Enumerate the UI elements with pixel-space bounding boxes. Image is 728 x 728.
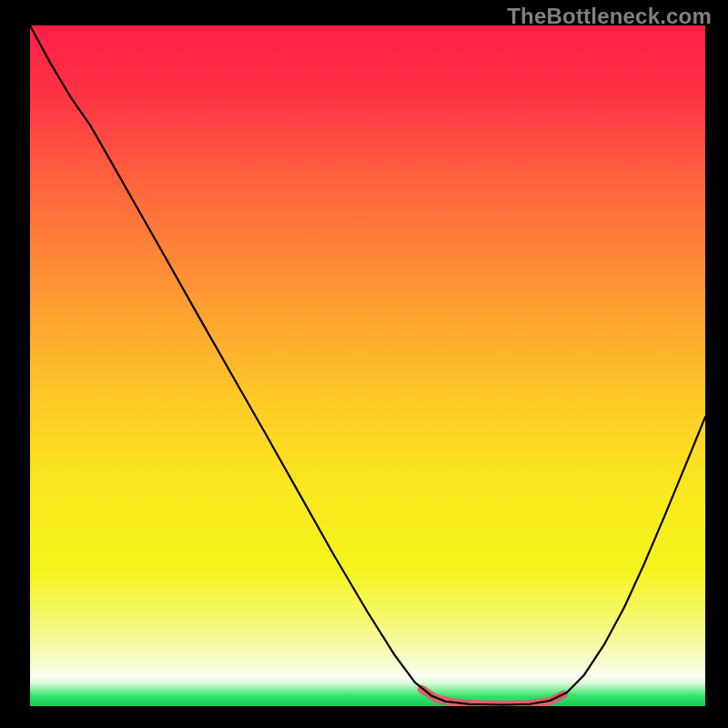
- gradient-background: [30, 25, 705, 706]
- watermark-text: TheBottleneck.com: [507, 4, 712, 29]
- chart-svg: [30, 25, 705, 706]
- plot-area: [30, 25, 705, 706]
